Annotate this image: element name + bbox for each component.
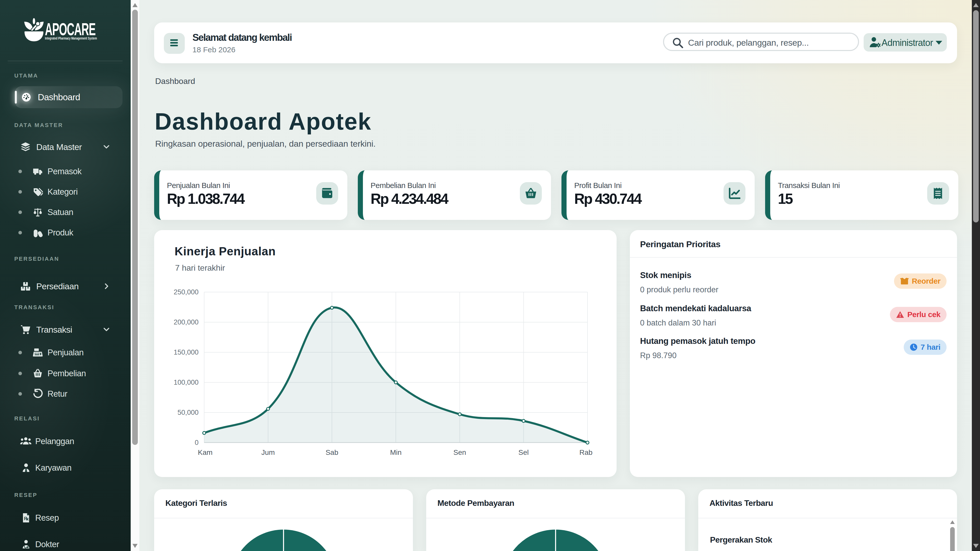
svg-text:Kam: Kam: [198, 448, 213, 456]
svg-text:Sel: Sel: [518, 448, 528, 456]
svg-text:Min: Min: [390, 448, 401, 456]
svg-text:Sab: Sab: [326, 448, 339, 456]
svg-text:APOCARE: APOCARE: [45, 19, 95, 39]
svg-text:Sen: Sen: [453, 448, 466, 456]
svg-text:Jum: Jum: [261, 448, 275, 456]
svg-text:200,000: 200,000: [173, 318, 199, 326]
svg-text:150,000: 150,000: [173, 348, 199, 356]
svg-text:250,000: 250,000: [173, 288, 199, 296]
svg-text:50,000: 50,000: [177, 409, 199, 416]
svg-text:100,000: 100,000: [173, 379, 199, 386]
svg-text:Integrated Pharmacy Management: Integrated Pharmacy Management System: [45, 36, 97, 40]
svg-text:0: 0: [195, 439, 199, 446]
svg-text:Rab: Rab: [579, 448, 592, 456]
